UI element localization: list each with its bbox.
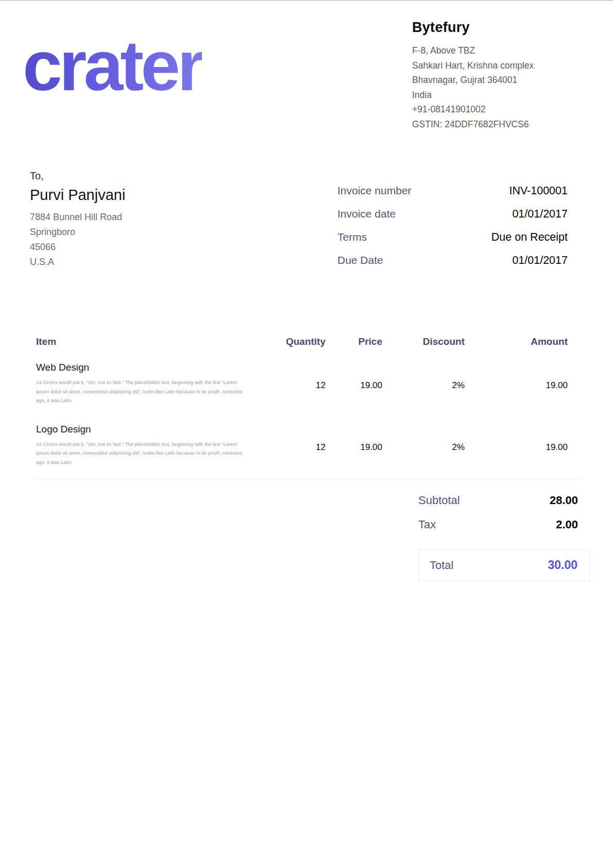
tax-value: 2.00 (556, 518, 578, 531)
invoice-document: { "logo": { "text": "crater" }, "company… (0, 0, 613, 868)
customer-address-line: Springboro (30, 225, 125, 240)
table-bottom-divider (34, 478, 580, 479)
item-description: As Cicero would put it, “Um, not so fast… (36, 378, 250, 405)
company-address-line: India (412, 88, 534, 103)
table-row: Web Design As Cicero would put it, “Um, … (36, 362, 568, 405)
item-cell: Web Design As Cicero would put it, “Um, … (36, 362, 253, 405)
subtotal-row: Subtotal 28.00 (418, 494, 578, 507)
customer-address-line: 45066 (30, 240, 125, 255)
company-phone: +91-08141901002 (412, 102, 534, 117)
total-value: 30.00 (548, 558, 577, 572)
item-discount: 2% (382, 362, 465, 405)
customer-address-line: U.S.A (30, 255, 125, 270)
bill-to-section: To, Purvi Panjvani 7884 Bunnel Hill Road… (30, 170, 125, 270)
totals-section: Subtotal 28.00 Tax 2.00 (418, 494, 578, 542)
item-amount: 19.00 (465, 362, 568, 405)
column-header-item: Item (36, 336, 253, 347)
terms-value: Due on Receipt (491, 231, 568, 244)
invoice-date-row: Invoice date 01/01/2017 (337, 208, 568, 221)
customer-address-line: 7884 Bunnel Hill Road (30, 210, 125, 225)
item-price: 19.00 (326, 424, 382, 467)
invoice-date-label: Invoice date (337, 208, 396, 220)
column-header-quantity: Quantity (253, 336, 326, 347)
item-cell: Logo Design As Cicero would put it, “Um,… (36, 424, 253, 467)
invoice-number-value: INV-100001 (509, 185, 568, 197)
column-header-discount: Discount (382, 336, 465, 347)
customer-name: Purvi Panjvani (30, 187, 125, 204)
due-date-value: 01/01/2017 (512, 254, 568, 267)
due-date-label: Due Date (337, 254, 383, 266)
company-address-line: Sahkari Hart, Krishna complex (412, 58, 534, 73)
company-gstin: GSTIN: 24DDF7682FHVCS6 (412, 117, 534, 132)
tax-label: Tax (418, 518, 436, 531)
invoice-number-row: Invoice number INV-100001 (337, 185, 568, 197)
total-box: Total 30.00 (419, 549, 590, 581)
column-header-amount: Amount (465, 336, 568, 347)
terms-row: Terms Due on Receipt (337, 231, 568, 244)
tax-row: Tax 2.00 (418, 518, 578, 531)
company-address-line: F-8, Above TBZ (412, 43, 534, 58)
item-amount: 19.00 (465, 424, 568, 467)
items-table: Item Quantity Price Discount Amount Web … (36, 336, 568, 485)
terms-label: Terms (337, 231, 367, 243)
item-quantity: 12 (253, 424, 326, 467)
company-address-line: Bhavnagar, Gujrat 364001 (412, 73, 534, 88)
items-table-header: Item Quantity Price Discount Amount (36, 336, 568, 347)
company-name: Bytefury (412, 20, 534, 36)
company-info: Bytefury F-8, Above TBZ Sahkari Hart, Kr… (412, 20, 534, 131)
invoice-date-value: 01/01/2017 (512, 208, 568, 221)
invoice-meta: Invoice number INV-100001 Invoice date 0… (337, 185, 568, 277)
item-description: As Cicero would put it, “Um, not so fast… (36, 440, 250, 467)
subtotal-label: Subtotal (418, 494, 460, 507)
crater-logo: crater (23, 30, 202, 101)
item-quantity: 12 (253, 362, 326, 405)
bill-to-label: To, (30, 170, 125, 182)
item-name: Logo Design (36, 424, 253, 435)
column-header-price: Price (326, 336, 382, 347)
total-label: Total (430, 559, 453, 572)
item-price: 19.00 (326, 362, 382, 405)
item-name: Web Design (36, 362, 253, 373)
due-date-row: Due Date 01/01/2017 (337, 254, 568, 267)
item-discount: 2% (382, 424, 465, 467)
subtotal-value: 28.00 (550, 494, 578, 507)
table-row: Logo Design As Cicero would put it, “Um,… (36, 424, 568, 467)
invoice-number-label: Invoice number (337, 185, 412, 197)
